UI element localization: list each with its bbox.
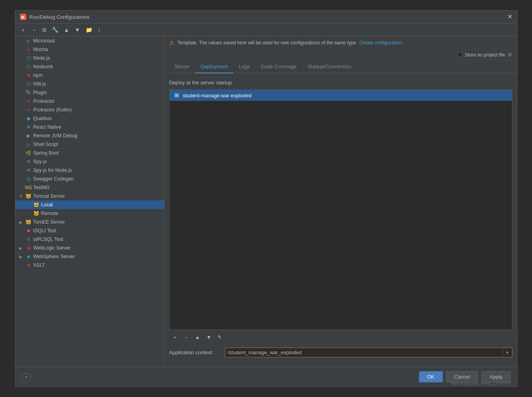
tab-server[interactable]: Server bbox=[169, 60, 195, 73]
tree-item-label-remote_jvm_debug: Remote JVM Debug bbox=[33, 133, 78, 138]
tree-item-label-npm: npm bbox=[33, 73, 43, 78]
deploy-add-button[interactable]: ＋ bbox=[170, 333, 180, 341]
tree-item-icon-spyjs: 👁 bbox=[26, 158, 32, 165]
expand-placeholder bbox=[19, 168, 24, 173]
tree-item-spyjs[interactable]: 👁 Spy-js bbox=[15, 157, 164, 166]
tree-item-tsqlt_test[interactable]: ■ tSQLt Test bbox=[15, 226, 164, 235]
tree-item-tomcat_remote[interactable]: 🐱 Remote bbox=[15, 209, 164, 218]
tree-item-tomee_server[interactable]: ▶ 🐱 TomEE Server bbox=[15, 218, 164, 226]
apply-button[interactable]: Apply bbox=[481, 371, 511, 382]
settings-button[interactable]: 🔧 bbox=[50, 26, 60, 34]
gear-icon[interactable]: ⚙ bbox=[508, 52, 512, 58]
cancel-button[interactable]: Cancel bbox=[446, 371, 478, 382]
tree-item-nodeunit[interactable]: ⬡ Nodeunit bbox=[15, 62, 164, 71]
tree-item-icon-protractor_kotlin: ● bbox=[26, 107, 32, 113]
add-config-button[interactable]: ＋ bbox=[18, 26, 28, 34]
expand-placeholder bbox=[19, 125, 24, 129]
warning-icon: ⚠ bbox=[169, 40, 174, 46]
deploy-remove-button[interactable]: － bbox=[181, 333, 191, 341]
tree-item-npm[interactable]: ■ npm bbox=[15, 71, 164, 80]
tree-item-label-shell_script: Shell Script bbox=[33, 142, 58, 147]
tree-item-plugin[interactable]: 🔌 Plugin bbox=[15, 88, 164, 97]
tree-item-shell_script[interactable]: ▷ Shell Script bbox=[15, 140, 164, 149]
tree-item-weblogic_server[interactable]: ▶ ◉ WebLogic Server bbox=[15, 244, 164, 252]
expand-placeholder bbox=[27, 203, 32, 207]
remove-config-button[interactable]: － bbox=[29, 26, 39, 34]
tree-item-swagger_codegen[interactable]: ◎ Swagger Codegen bbox=[15, 175, 164, 183]
config-tree[interactable]: μ Micronaut ● Mocha ⬡ Node.js ⬡ Nodeunit… bbox=[15, 36, 164, 367]
tree-item-label-tomcat_server: Tomcat Server bbox=[33, 193, 65, 199]
expand-arrow: ▼ bbox=[19, 194, 24, 198]
tab-deployment[interactable]: Deployment bbox=[195, 60, 233, 73]
store-project-file-checkbox[interactable] bbox=[457, 52, 463, 57]
svg-text:W: W bbox=[175, 94, 178, 97]
warning-text: Template. The values saved here will be … bbox=[177, 40, 356, 46]
tree-item-quarkus[interactable]: ◆ Quarkus bbox=[15, 114, 164, 123]
move-up-button[interactable]: ▲ bbox=[62, 26, 71, 34]
tab-code-coverage[interactable]: Code Coverage bbox=[255, 60, 302, 73]
deploy-move-up-button[interactable]: ▲ bbox=[193, 333, 203, 341]
tree-item-label-websphere_server: WebSphere Server bbox=[33, 254, 75, 259]
tree-item-tomcat_local[interactable]: 🐱 Local bbox=[15, 200, 164, 209]
expand-arrow: ▶ bbox=[19, 246, 24, 250]
folder-button[interactable]: 📁 bbox=[84, 26, 94, 34]
tree-item-icon-tomcat_server: 🐱 bbox=[26, 193, 32, 199]
tree-item-testng[interactable]: NG TestNG bbox=[15, 183, 164, 192]
tree-item-micronaut[interactable]: μ Micronaut bbox=[15, 36, 164, 45]
expand-placeholder bbox=[19, 263, 24, 268]
tree-item-icon-react_native: ⚛ bbox=[26, 124, 32, 130]
help-button[interactable]: ? bbox=[22, 373, 31, 382]
title-bar-left: ▶ Run/Debug Configurations bbox=[20, 14, 90, 20]
copy-config-button[interactable]: ⧉ bbox=[40, 26, 48, 34]
tree-item-remote_jvm_debug[interactable]: ▶ Remote JVM Debug bbox=[15, 131, 164, 140]
tree-item-mocha[interactable]: ● Mocha bbox=[15, 45, 164, 54]
tree-item-utplsql_test[interactable]: ≡ utPLSQL Test bbox=[15, 235, 164, 244]
warning-bar: ⚠ Template. The values saved here will b… bbox=[165, 36, 517, 49]
app-context-dropdown-button[interactable]: ▼ bbox=[503, 349, 512, 357]
tree-item-nwjs[interactable]: ⬡ NW.js bbox=[15, 80, 164, 88]
expand-placeholder bbox=[19, 73, 24, 78]
left-panel: μ Micronaut ● Mocha ⬡ Node.js ⬡ Nodeunit… bbox=[15, 36, 165, 367]
expand-placeholder bbox=[19, 117, 24, 121]
tree-item-spring_boot[interactable]: 🌿 Spring Boot bbox=[15, 149, 164, 157]
tab-startup-connection[interactable]: Startup/Connection bbox=[302, 60, 356, 73]
close-button[interactable]: ✕ bbox=[507, 14, 512, 20]
tree-item-label-testng: TestNG bbox=[33, 185, 50, 190]
deploy-list[interactable]: W student-manage:war exploded bbox=[169, 89, 512, 330]
tree-item-react_native[interactable]: ⚛ React Native bbox=[15, 123, 164, 131]
tree-item-icon-tomcat_remote: 🐱 bbox=[33, 210, 40, 217]
expand-placeholder bbox=[19, 39, 24, 43]
tree-item-websphere_server[interactable]: ▶ ◈ WebSphere Server bbox=[15, 252, 164, 261]
deploy-move-down-button[interactable]: ▼ bbox=[204, 333, 214, 341]
deploy-item-icon: W bbox=[174, 92, 180, 98]
tree-item-icon-npm: ■ bbox=[26, 72, 32, 78]
deploy-item[interactable]: W student-manage:war exploded bbox=[170, 90, 512, 101]
tree-item-protractor[interactable]: ● Protractor bbox=[15, 97, 164, 106]
deploy-edit-button[interactable]: ✎ bbox=[215, 333, 224, 341]
tree-item-spyjs_node[interactable]: 👁 Spy-js for Node.js bbox=[15, 166, 164, 175]
app-context-input[interactable] bbox=[225, 348, 503, 357]
expand-placeholder bbox=[19, 229, 24, 233]
tree-item-tomcat_server[interactable]: ▼ 🐱 Tomcat Server bbox=[15, 192, 164, 200]
sort-button[interactable]: ↕ bbox=[96, 26, 102, 34]
move-down-button[interactable]: ▼ bbox=[73, 26, 82, 34]
expand-placeholder bbox=[19, 56, 24, 60]
expand-placeholder bbox=[19, 99, 24, 104]
tree-item-icon-xslt: ■ bbox=[26, 262, 32, 268]
expand-placeholder bbox=[19, 134, 24, 138]
tree-item-label-swagger_codegen: Swagger Codegen bbox=[33, 176, 74, 182]
tree-item-label-protractor: Protractor bbox=[33, 98, 55, 104]
expand-placeholder bbox=[19, 186, 24, 190]
expand-placeholder bbox=[19, 160, 24, 164]
tree-item-label-spring_boot: Spring Boot bbox=[33, 150, 59, 156]
tab-logs[interactable]: Logs bbox=[233, 60, 255, 73]
deployment-tab-content: Deploy at the server startup W student-m… bbox=[165, 73, 517, 367]
create-config-link[interactable]: Create configuration bbox=[359, 40, 402, 46]
ok-button[interactable]: OK bbox=[419, 371, 443, 382]
main-content: μ Micronaut ● Mocha ⬡ Node.js ⬡ Nodeunit… bbox=[15, 36, 517, 367]
tree-item-protractor_kotlin[interactable]: ● Protractor (Kotlin) bbox=[15, 106, 164, 114]
expand-placeholder bbox=[19, 47, 24, 52]
tree-item-icon-testng: NG bbox=[26, 184, 32, 191]
tree-item-nodejs[interactable]: ⬡ Node.js bbox=[15, 54, 164, 62]
tree-item-xslt[interactable]: ■ XSLT bbox=[15, 261, 164, 270]
